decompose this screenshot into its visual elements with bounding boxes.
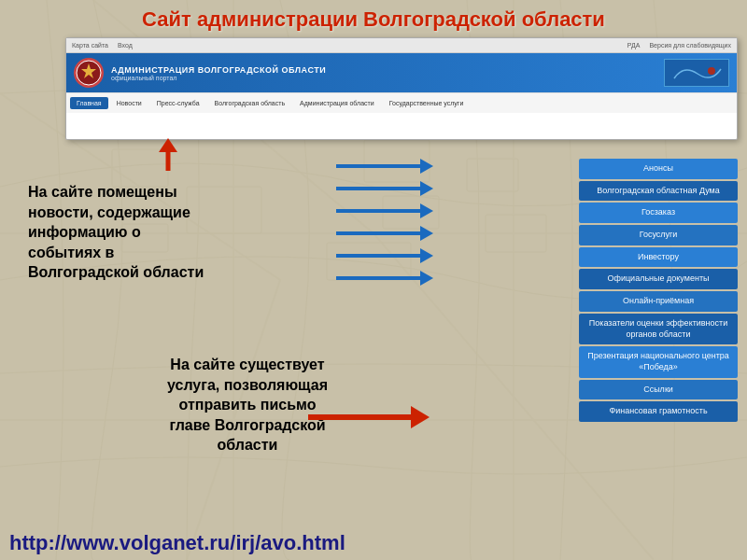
arrow-right-red bbox=[308, 406, 430, 428]
site-header: АДМИНИСТРАЦИЯ ВОЛГОГРАДСКОЙ ОБЛАСТИ офиц… bbox=[66, 53, 737, 92]
svg-marker-16 bbox=[159, 138, 177, 152]
site-header-map bbox=[664, 59, 729, 87]
svg-point-14 bbox=[708, 67, 715, 75]
nav-item-home[interactable]: Главная bbox=[70, 97, 108, 109]
menu-item-4[interactable]: Инвестору bbox=[579, 247, 738, 268]
menu-item-5[interactable]: Официальные документы bbox=[579, 269, 738, 289]
nav-item-region[interactable]: Волгоградская область bbox=[208, 97, 291, 109]
menu-item-2[interactable]: Госзаказ bbox=[579, 203, 738, 223]
accessibility-link[interactable]: Версия для слабовидящих bbox=[649, 42, 731, 49]
nav-item-news[interactable]: Новости bbox=[110, 97, 148, 109]
page-title: Сайт администрации Волгоградской области bbox=[0, 7, 747, 32]
menu-item-3[interactable]: Госуслуги bbox=[579, 225, 738, 245]
site-mockup: Карта сайта Вход РДА Версия для слабовид… bbox=[65, 37, 738, 140]
menu-item-0[interactable]: Анонсы bbox=[579, 159, 738, 179]
site-logo bbox=[74, 58, 104, 88]
menu-item-10[interactable]: Финансовая грамотность bbox=[579, 401, 738, 422]
nav-item-admin[interactable]: Администрация области bbox=[293, 97, 381, 109]
content-area: Карта сайта Вход РДА Версия для слабовид… bbox=[9, 37, 738, 518]
blue-arrow-3 bbox=[336, 203, 433, 218]
menu-item-8[interactable]: Презентация национального центра «Победа… bbox=[579, 346, 738, 377]
blue-arrow-5 bbox=[336, 248, 433, 263]
menu-item-6[interactable]: Онлайн-приёмная bbox=[579, 291, 738, 312]
nav-item-services[interactable]: Государственные услуги bbox=[383, 97, 471, 109]
menu-item-1[interactable]: Волгоградская областная Дума bbox=[579, 181, 738, 202]
site-header-text: АДМИНИСТРАЦИЯ ВОЛГОГРАДСКОЙ ОБЛАСТИ офиц… bbox=[111, 65, 326, 81]
menu-item-7[interactable]: Показатели оценки эффективности органов … bbox=[579, 314, 738, 344]
site-header-title: АДМИНИСТРАЦИЯ ВОЛГОГРАДСКОЙ ОБЛАСТИ bbox=[111, 65, 326, 75]
url-bar: http://www.volganet.ru/irj/avo.html bbox=[9, 531, 738, 555]
blue-arrow-4 bbox=[336, 226, 433, 241]
site-topbar: Карта сайта Вход РДА Версия для слабовид… bbox=[66, 38, 737, 53]
annotation-left: На сайте помещены новости, содержащие ин… bbox=[28, 182, 215, 283]
blue-arrows bbox=[336, 159, 433, 286]
arrow-up bbox=[154, 138, 182, 175]
blue-arrow-6 bbox=[336, 271, 433, 286]
login-link[interactable]: Вход bbox=[118, 42, 133, 49]
site-menu-panel: Анонсы Волгоградская областная Дума Госз… bbox=[579, 159, 738, 422]
menu-item-9[interactable]: Ссылки bbox=[579, 380, 738, 400]
annotation-bottom: На сайте существует услуга, позволяющая … bbox=[159, 355, 336, 455]
nav-item-press[interactable]: Пресс-служба bbox=[150, 97, 206, 109]
blue-arrow-2 bbox=[336, 181, 433, 196]
site-nav: Главная Новости Пресс-служба Волгоградск… bbox=[66, 92, 737, 113]
map-link[interactable]: Карта сайта bbox=[72, 42, 108, 49]
rda-link[interactable]: РДА bbox=[627, 42, 641, 49]
site-header-subtitle: официальный портал bbox=[111, 75, 326, 81]
blue-arrow-1 bbox=[336, 159, 433, 174]
